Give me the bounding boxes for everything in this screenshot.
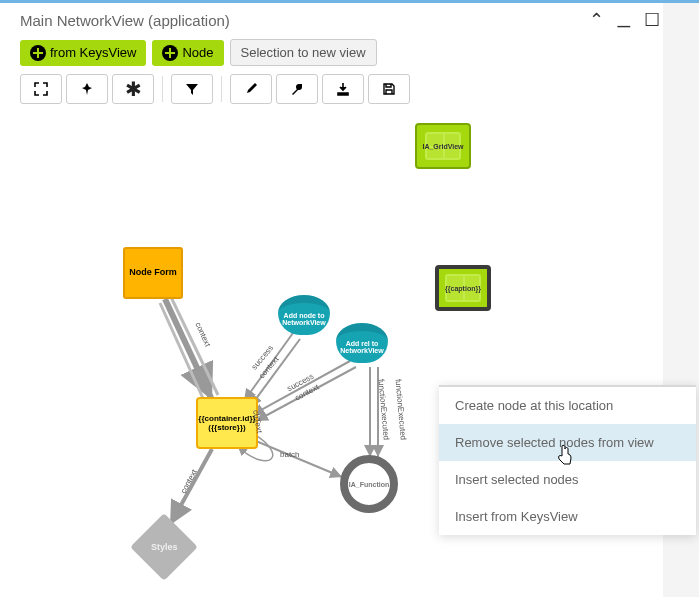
save-icon[interactable] [368,74,410,104]
node-add-node[interactable]: Add node to NetworkView [278,295,330,335]
separator [162,76,163,102]
node-ia-function[interactable]: IA_Function [340,455,398,513]
edge-label: functionExecuted [377,379,391,441]
svg-line-9 [256,441,342,477]
edge-label: context [194,321,213,348]
wrench-icon[interactable] [276,74,318,104]
menu-insert-selected[interactable]: Insert selected nodes [439,461,696,498]
from-keysview-button[interactable]: from KeysView [20,40,146,66]
node-button[interactable]: Node [152,40,223,66]
plus-icon [162,45,178,61]
plus-icon [30,45,46,61]
node-node-form[interactable]: Node Form [123,247,183,299]
menu-remove-selected[interactable]: Remove selected nodes from view [439,424,696,461]
download-icon[interactable] [322,74,364,104]
window-title: Main NetworkView (application) [20,12,589,29]
titlebar: Main NetworkView (application) ⌃ _ ☐ ✕ [0,3,699,35]
star-icon[interactable]: ✱ [112,74,154,104]
svg-line-0 [165,299,212,400]
menu-insert-keysview[interactable]: Insert from KeysView [439,498,696,535]
context-menu: Create node at this location Remove sele… [439,385,696,535]
collapse-icon[interactable]: ⌃ [589,9,604,31]
node-caption[interactable]: {{caption}} [435,265,491,311]
edge-label: batch [280,450,300,459]
edge-label: context [179,468,199,495]
edge-label: functionExecuted [394,379,408,441]
svg-line-2 [160,303,206,405]
node-styles[interactable]: Styles [130,513,198,581]
fullscreen-icon[interactable] [20,74,62,104]
filter-icon[interactable] [171,74,213,104]
node-add-rel[interactable]: Add rel to NetworkView [336,323,388,363]
node-gridview[interactable]: IA_GridView [415,123,471,169]
toolbar-primary: from KeysView Node Selection to new view [0,35,699,70]
minimize-icon[interactable]: _ [618,3,630,29]
selection-to-new-view-button[interactable]: Selection to new view [230,39,377,66]
from-keysview-label: from KeysView [50,45,136,60]
separator [221,76,222,102]
brush-icon[interactable] [230,74,272,104]
maximize-icon[interactable]: ☐ [644,9,660,31]
node-label: Node [182,45,213,60]
pin-icon[interactable] [66,74,108,104]
node-container[interactable]: {{container.id}} ({{store}}) [196,397,258,449]
menu-create-node[interactable]: Create node at this location [439,387,696,424]
